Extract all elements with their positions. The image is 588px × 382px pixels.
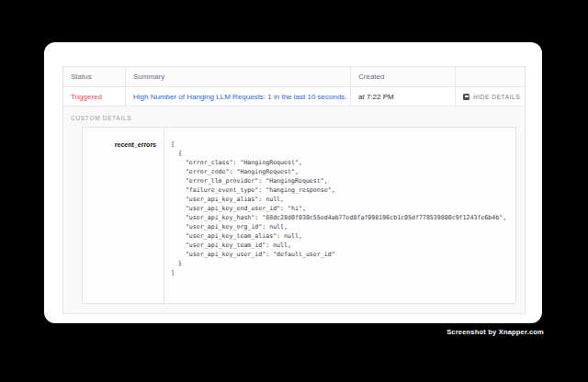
hide-details-label: HIDE DETAILS: [473, 94, 520, 100]
details-code-column: [ { "error_class": "HangingRequest", "er…: [164, 128, 515, 303]
xnapper-watermark: Screenshot by Xnapper.com: [447, 328, 544, 336]
alerts-table: Status Summary Created Triggered High Nu…: [62, 66, 526, 314]
column-header-actions: [455, 67, 525, 86]
hide-details-button[interactable]: HIDE DETAILS: [463, 94, 520, 100]
custom-details-section: CUSTOM DETAILS recent_errors [ { "error_…: [63, 107, 525, 313]
details-key-column: recent_errors: [83, 128, 164, 303]
status-badge: Triggered: [71, 93, 102, 101]
table-row: Triggered High Number of Hanging LLM Req…: [63, 87, 525, 107]
created-cell: at 7:22 PM: [350, 87, 455, 106]
custom-details-box: recent_errors [ { "error_class": "Hangin…: [82, 127, 516, 304]
minus-square-icon: [463, 94, 469, 100]
table-header-row: Status Summary Created: [63, 67, 525, 87]
column-header-created: Created: [350, 67, 455, 86]
column-header-summary: Summary: [125, 67, 350, 86]
details-key-recent-errors: recent_errors: [115, 141, 156, 148]
alerts-card: Status Summary Created Triggered High Nu…: [44, 42, 542, 323]
alert-summary-link[interactable]: High Number of Hanging LLM Requests: 1 i…: [133, 93, 347, 101]
created-timestamp: at 7:22 PM: [358, 93, 394, 101]
screenshot-canvas: { "colors": { "background": "#000000", "…: [0, 0, 588, 382]
summary-cell: High Number of Hanging LLM Requests: 1 i…: [125, 87, 350, 106]
column-header-status: Status: [63, 67, 125, 86]
recent-errors-json: [ { "error_class": "HangingRequest", "er…: [171, 140, 514, 277]
custom-details-heading: CUSTOM DETAILS: [71, 115, 516, 121]
actions-cell: HIDE DETAILS: [455, 87, 525, 106]
status-cell: Triggered: [63, 87, 125, 106]
